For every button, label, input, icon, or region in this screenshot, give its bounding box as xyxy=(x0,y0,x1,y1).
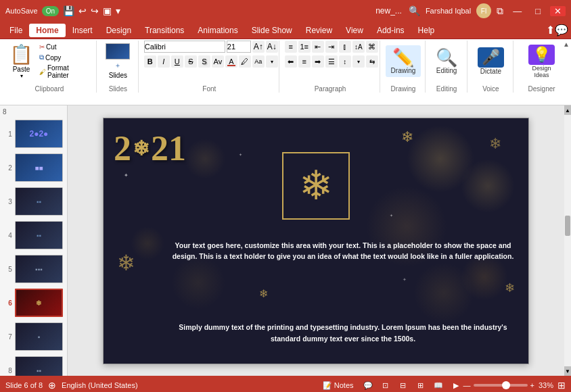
menu-item-review[interactable]: Review xyxy=(299,24,339,37)
increase-indent-button[interactable]: ⇥ xyxy=(325,41,338,53)
menu-item-file[interactable]: File xyxy=(3,24,29,37)
para-row-1: ≡ 1≡ ⇤ ⇥ ⫿ ↕A ⌘ xyxy=(285,41,378,53)
charspace-button[interactable]: Av xyxy=(212,55,224,68)
spacing-dropdown[interactable]: ▾ xyxy=(352,55,365,68)
menu-item-home[interactable]: Home xyxy=(29,24,65,37)
bullets-button[interactable]: ≡ xyxy=(285,41,297,53)
outline-view-button[interactable]: ⊟ xyxy=(396,379,411,391)
line-spacing-button[interactable]: ↕ xyxy=(339,55,351,68)
dictate-button[interactable]: 🎤 Dictate xyxy=(473,45,509,78)
slide-thumb-3[interactable]: 3 ▪▪ xyxy=(3,186,64,217)
slide-sorter-button[interactable]: ⊞ xyxy=(413,379,428,391)
menu-item-addins[interactable]: Add-ins xyxy=(370,24,411,37)
editing-label: Editing xyxy=(436,67,457,74)
justify-button[interactable]: ☰ xyxy=(325,55,338,68)
close-button[interactable]: ✕ xyxy=(550,6,566,16)
increase-font-button[interactable]: A↑ xyxy=(252,41,265,53)
menu-item-help[interactable]: Help xyxy=(411,24,442,37)
decrease-indent-button[interactable]: ⇤ xyxy=(312,41,324,53)
slide-thumb-6[interactable]: 6 ❄ xyxy=(3,287,64,318)
font-color-button[interactable]: A xyxy=(225,55,237,68)
fontcase-dropdown[interactable]: ▾ xyxy=(266,55,278,68)
smartart-button[interactable]: ⌘ xyxy=(366,41,378,53)
redo-icon[interactable]: ↪ xyxy=(91,5,99,16)
minimize-button[interactable]: — xyxy=(509,6,526,16)
paragraph-group: ≡ 1≡ ⇤ ⇥ ⫿ ↕A ⌘ ⬅ ≡ ➡ ☰ ↕ ▾ ⇆ xyxy=(281,41,380,93)
shadow-button[interactable]: S xyxy=(198,55,210,68)
text-direction-button[interactable]: ↕A xyxy=(352,41,365,53)
normal-view-button[interactable]: ⊡ xyxy=(378,379,393,391)
customize-icon[interactable]: ▾ xyxy=(116,5,120,16)
autosave-toggle[interactable]: On xyxy=(42,6,59,16)
zoom-minus-button[interactable]: — xyxy=(463,381,471,389)
font-row-2: B I U S S Av A 🖊 Aa ▾ xyxy=(144,55,278,68)
editing-button[interactable]: 🔍 Editing xyxy=(430,45,463,78)
menu-item-animations[interactable]: Animations xyxy=(191,24,244,37)
comment-icon[interactable]: 💬 xyxy=(555,24,568,36)
zoom-plus-button[interactable]: + xyxy=(530,381,534,389)
scroll-up-button[interactable]: ▲ xyxy=(564,105,571,115)
menu-item-transitions[interactable]: Transitions xyxy=(138,24,191,37)
search-icon[interactable]: 🔍 xyxy=(409,5,420,16)
snowflake-top-far-right: ❄ xyxy=(489,135,501,153)
highlight-button[interactable]: 🖊 xyxy=(239,55,251,68)
font-size-input[interactable] xyxy=(227,41,251,53)
present-icon[interactable]: ▣ xyxy=(103,5,112,16)
share-icon[interactable]: ⬆ xyxy=(546,24,555,36)
reading-view-button[interactable]: 📖 xyxy=(431,379,446,391)
voice-group-label: Voice xyxy=(469,84,513,93)
comments-button[interactable]: 💬 xyxy=(361,379,375,391)
menu-item-design[interactable]: Design xyxy=(99,24,138,37)
italic-button[interactable]: I xyxy=(158,55,170,68)
ribbon-collapse-button[interactable]: ▲ xyxy=(563,41,570,48)
menu-item-view[interactable]: View xyxy=(339,24,370,37)
zoom-fit-button[interactable]: ⊞ xyxy=(557,380,566,391)
save-icon[interactable]: 💾 xyxy=(63,5,74,16)
bold-button[interactable]: B xyxy=(144,55,156,68)
slide-thumb-8[interactable]: 8 ▪▪ xyxy=(3,355,64,376)
decrease-font-button[interactable]: A↓ xyxy=(266,41,278,53)
undo-icon[interactable]: ↩ xyxy=(78,5,87,16)
slide-canvas[interactable]: 2 ❄ 21 ❄ ❄ ❄ ❄ ❄ ❄ ✦ ✦ ✦ ✦ Your text goe… xyxy=(103,118,529,364)
slide-thumb-1[interactable]: 1 2●2● xyxy=(3,118,64,149)
cut-button[interactable]: ✂ Cut xyxy=(37,43,92,51)
convert-smartart-button[interactable]: ⇆ xyxy=(366,55,378,68)
maximize-button[interactable]: □ xyxy=(531,6,545,16)
design-ideas-button[interactable]: 💡 Design Ideas xyxy=(519,42,564,81)
underline-button[interactable]: U xyxy=(171,55,183,68)
scroll-track[interactable] xyxy=(564,115,571,366)
slide-thumb-4[interactable]: 4 ▪▪ xyxy=(3,220,64,251)
editing-group: 🔍 Editing Editing xyxy=(427,41,467,93)
scroll-thumb[interactable] xyxy=(565,216,570,236)
align-right-button[interactable]: ➡ xyxy=(312,55,324,68)
zoom-slider[interactable] xyxy=(474,384,528,387)
scroll-down-button[interactable]: ▼ xyxy=(564,366,571,376)
slide-thumb-2[interactable]: 2 ■■ xyxy=(3,152,64,183)
font-group: A↑ A↓ B I U S S Av A 🖊 Aa ▾ Font xyxy=(140,41,279,93)
font-name-select[interactable] xyxy=(144,41,225,53)
align-center-button[interactable]: ≡ xyxy=(298,55,311,68)
paste-dropdown-icon[interactable]: ▾ xyxy=(20,73,23,79)
textcase-button[interactable]: Aa xyxy=(252,55,265,68)
format-painter-button[interactable]: 🖌 Format Painter xyxy=(37,64,92,80)
paste-button[interactable]: 📋 Paste ▾ xyxy=(7,42,36,80)
drawing-button[interactable]: ✏️ Drawing xyxy=(386,45,420,78)
vertical-scrollbar[interactable]: ▲ ▼ xyxy=(564,105,571,376)
strikethrough-button[interactable]: S xyxy=(185,55,197,68)
clipboard-sub: ✂ Cut ⧉ Copy 🖌 Format Painter xyxy=(37,43,92,80)
menu-item-slideshow[interactable]: Slide Show xyxy=(245,24,299,37)
align-left-button[interactable]: ⬅ xyxy=(285,55,297,68)
columns-button[interactable]: ⫿ xyxy=(339,41,351,53)
format-painter-label: Format Painter xyxy=(47,64,90,79)
new-slide-button[interactable]: ＋ Slides xyxy=(103,41,133,82)
slide-thumb-5[interactable]: 5 ▪▪▪ xyxy=(3,253,64,285)
slideshow-button[interactable]: ▶ xyxy=(449,379,463,391)
slide-thumb-7[interactable]: 7 ▪ xyxy=(3,321,64,352)
new-slide-icon: ＋ xyxy=(114,61,121,70)
titlebar-right: 🔍 Farshad Iqbal FI ⧉ — □ ✕ xyxy=(409,3,566,18)
notes-button[interactable]: 📝 Notes xyxy=(319,380,358,391)
copy-button[interactable]: ⧉ Copy xyxy=(37,53,92,62)
numbering-button[interactable]: 1≡ xyxy=(298,41,311,53)
menu-item-insert[interactable]: Insert xyxy=(66,24,99,37)
window-restore-icon[interactable]: ⧉ xyxy=(497,5,503,17)
